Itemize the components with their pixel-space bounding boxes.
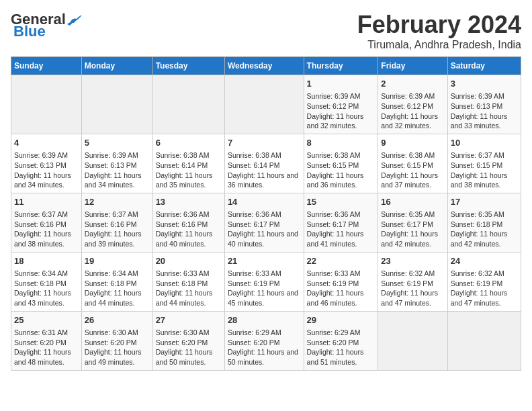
day-number: 3	[451, 78, 518, 90]
calendar-cell	[11, 75, 82, 134]
calendar-cell: 1Sunrise: 6:39 AMSunset: 6:12 PMDaylight…	[304, 75, 378, 134]
calendar-cell: 27Sunrise: 6:30 AMSunset: 6:20 PMDayligh…	[152, 311, 224, 370]
calendar-cell	[81, 75, 152, 134]
day-number: 9	[381, 137, 444, 149]
header-saturday: Saturday	[447, 57, 521, 75]
calendar-cell: 24Sunrise: 6:32 AMSunset: 6:19 PMDayligh…	[447, 252, 521, 311]
header: General Blue February 2024 Tirumala, And…	[11, 11, 521, 51]
header-wednesday: Wednesday	[224, 57, 304, 75]
day-number: 7	[228, 137, 301, 149]
day-number: 19	[85, 255, 150, 267]
day-number: 1	[307, 78, 375, 90]
calendar-title: February 2024	[357, 11, 521, 39]
calendar-cell: 2Sunrise: 6:39 AMSunset: 6:12 PMDaylight…	[378, 75, 447, 134]
header-friday: Friday	[378, 57, 447, 75]
calendar-cell: 14Sunrise: 6:36 AMSunset: 6:17 PMDayligh…	[224, 193, 304, 252]
header-thursday: Thursday	[304, 57, 378, 75]
calendar-subtitle: Tirumala, Andhra Pradesh, India	[357, 39, 521, 51]
day-number: 5	[85, 137, 150, 149]
calendar-cell: 10Sunrise: 6:37 AMSunset: 6:15 PMDayligh…	[447, 134, 521, 193]
day-number: 14	[228, 196, 301, 208]
week-row-0: 1Sunrise: 6:39 AMSunset: 6:12 PMDaylight…	[11, 75, 521, 134]
header-tuesday: Tuesday	[152, 57, 224, 75]
day-number: 26	[85, 314, 150, 326]
calendar-cell: 13Sunrise: 6:36 AMSunset: 6:16 PMDayligh…	[152, 193, 224, 252]
day-number: 2	[381, 78, 444, 90]
week-row-3: 18Sunrise: 6:34 AMSunset: 6:18 PMDayligh…	[11, 252, 521, 311]
calendar-cell: 19Sunrise: 6:34 AMSunset: 6:18 PMDayligh…	[81, 252, 152, 311]
day-number: 16	[381, 196, 444, 208]
day-number: 24	[451, 255, 518, 267]
calendar-cell: 4Sunrise: 6:39 AMSunset: 6:13 PMDaylight…	[11, 134, 82, 193]
calendar-cell: 5Sunrise: 6:39 AMSunset: 6:13 PMDaylight…	[81, 134, 152, 193]
week-row-2: 11Sunrise: 6:37 AMSunset: 6:16 PMDayligh…	[11, 193, 521, 252]
day-number: 21	[228, 255, 301, 267]
calendar-cell: 23Sunrise: 6:32 AMSunset: 6:19 PMDayligh…	[378, 252, 447, 311]
day-number: 11	[14, 196, 79, 208]
calendar-table: SundayMondayTuesdayWednesdayThursdayFrid…	[11, 56, 521, 371]
logo-bird-icon	[67, 13, 82, 26]
day-number: 27	[156, 314, 222, 326]
day-number: 15	[307, 196, 375, 208]
calendar-cell: 6Sunrise: 6:38 AMSunset: 6:14 PMDaylight…	[152, 134, 224, 193]
day-number: 10	[451, 137, 518, 149]
calendar-cell	[447, 311, 521, 370]
calendar-cell: 28Sunrise: 6:29 AMSunset: 6:20 PMDayligh…	[224, 311, 304, 370]
header-sunday: Sunday	[11, 57, 82, 75]
header-monday: Monday	[81, 57, 152, 75]
calendar-cell: 11Sunrise: 6:37 AMSunset: 6:16 PMDayligh…	[11, 193, 82, 252]
day-number: 4	[14, 137, 79, 149]
calendar-cell: 20Sunrise: 6:33 AMSunset: 6:18 PMDayligh…	[152, 252, 224, 311]
calendar-cell: 16Sunrise: 6:35 AMSunset: 6:17 PMDayligh…	[378, 193, 447, 252]
day-number: 29	[307, 314, 375, 326]
day-number: 18	[14, 255, 79, 267]
calendar-cell: 21Sunrise: 6:33 AMSunset: 6:19 PMDayligh…	[224, 252, 304, 311]
calendar-cell: 3Sunrise: 6:39 AMSunset: 6:13 PMDaylight…	[447, 75, 521, 134]
day-number: 17	[451, 196, 518, 208]
calendar-cell	[152, 75, 224, 134]
calendar-cell: 18Sunrise: 6:34 AMSunset: 6:18 PMDayligh…	[11, 252, 82, 311]
day-number: 25	[14, 314, 79, 326]
day-number: 8	[307, 137, 375, 149]
calendar-cell: 17Sunrise: 6:35 AMSunset: 6:18 PMDayligh…	[447, 193, 521, 252]
day-number: 13	[156, 196, 222, 208]
week-row-1: 4Sunrise: 6:39 AMSunset: 6:13 PMDaylight…	[11, 134, 521, 193]
calendar-cell: 26Sunrise: 6:30 AMSunset: 6:20 PMDayligh…	[81, 311, 152, 370]
day-number: 28	[228, 314, 301, 326]
day-number: 6	[156, 137, 222, 149]
logo-blue: Blue	[13, 23, 46, 40]
calendar-cell: 25Sunrise: 6:31 AMSunset: 6:20 PMDayligh…	[11, 311, 82, 370]
calendar-cell: 7Sunrise: 6:38 AMSunset: 6:14 PMDaylight…	[224, 134, 304, 193]
day-number: 20	[156, 255, 222, 267]
week-row-4: 25Sunrise: 6:31 AMSunset: 6:20 PMDayligh…	[11, 311, 521, 370]
logo: General Blue	[11, 11, 82, 40]
day-number: 12	[85, 196, 150, 208]
day-number: 23	[381, 255, 444, 267]
calendar-cell: 9Sunrise: 6:38 AMSunset: 6:15 PMDaylight…	[378, 134, 447, 193]
calendar-cell: 8Sunrise: 6:38 AMSunset: 6:15 PMDaylight…	[304, 134, 378, 193]
calendar-cell	[224, 75, 304, 134]
calendar-cell	[378, 311, 447, 370]
calendar-cell: 12Sunrise: 6:37 AMSunset: 6:16 PMDayligh…	[81, 193, 152, 252]
day-number: 22	[307, 255, 375, 267]
calendar-cell: 29Sunrise: 6:29 AMSunset: 6:20 PMDayligh…	[304, 311, 378, 370]
calendar-header-row: SundayMondayTuesdayWednesdayThursdayFrid…	[11, 57, 521, 75]
title-section: February 2024 Tirumala, Andhra Pradesh, …	[357, 11, 521, 51]
calendar-cell: 15Sunrise: 6:36 AMSunset: 6:17 PMDayligh…	[304, 193, 378, 252]
calendar-cell: 22Sunrise: 6:33 AMSunset: 6:19 PMDayligh…	[304, 252, 378, 311]
